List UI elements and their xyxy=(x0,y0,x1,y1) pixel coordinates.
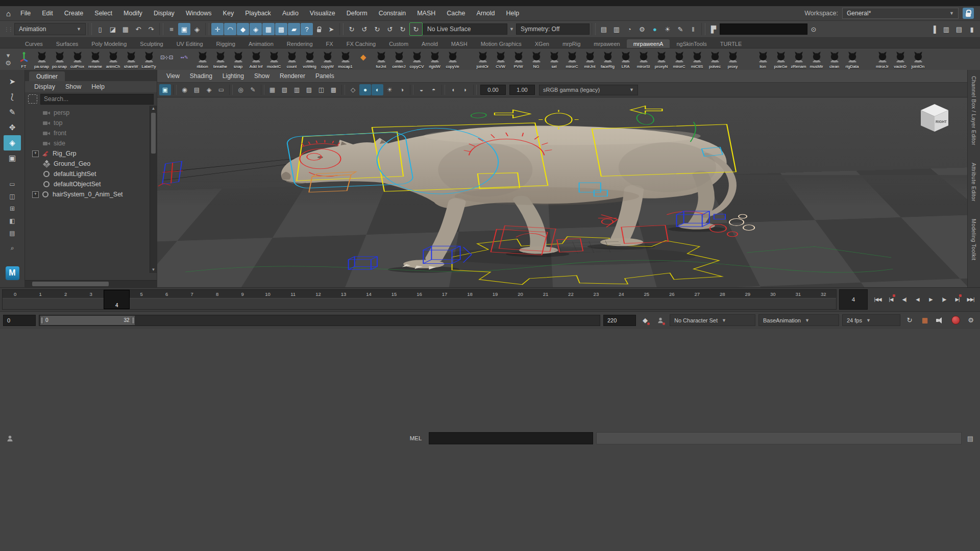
exposure-icon[interactable]: ◖ xyxy=(447,84,459,95)
grip-handle-icon[interactable]: ⋮⋮ xyxy=(4,27,12,32)
menu-item-windows[interactable]: Windows xyxy=(180,10,217,17)
shelf-button-facerig[interactable]: faceRig xyxy=(599,49,617,69)
toggle-attribute-editor-icon[interactable]: ▥ xyxy=(940,23,952,35)
shelf-tab-mrprig[interactable]: mrpRig xyxy=(556,39,587,48)
shelf-button-labelty[interactable]: LabelTy xyxy=(140,49,158,69)
shelf-button-animch[interactable]: animCh xyxy=(104,49,122,69)
playback-loop-icon[interactable]: ↻ xyxy=(903,314,916,327)
zoom-tool[interactable]: ⌕ xyxy=(4,242,21,254)
shelf-tab-rigging[interactable]: Rigging xyxy=(210,39,242,48)
shadows-icon[interactable]: ◑ xyxy=(396,84,408,95)
toggle-outliner-icon[interactable]: ▮ xyxy=(966,23,978,35)
search-icon[interactable]: ⊙ xyxy=(807,23,820,35)
shelf-button-ng[interactable]: NG xyxy=(527,49,545,69)
outliner-menu-help[interactable]: Help xyxy=(87,83,109,90)
shelf-tab-arnold[interactable]: Arnold xyxy=(415,39,445,48)
shelf-button-mirorsl[interactable]: mirorSl xyxy=(634,49,652,69)
history-toggle-icon[interactable]: ↻ xyxy=(371,23,383,35)
character-set-select[interactable]: No Character Set ▼ xyxy=(670,314,755,326)
shelf-button-add-inf[interactable]: Add Inf xyxy=(247,49,265,69)
expand-icon[interactable]: + xyxy=(32,191,39,198)
paint-select-tool[interactable]: ✎ xyxy=(4,105,21,120)
help-person-icon[interactable] xyxy=(4,433,15,444)
redo-icon[interactable]: ↷ xyxy=(145,23,157,35)
rig-cream-controls[interactable] xyxy=(729,214,754,230)
rig-eye-aim-control[interactable] xyxy=(158,159,300,186)
command-line-input[interactable] xyxy=(429,432,593,444)
live-surface-field[interactable]: No Live Surface xyxy=(423,23,507,35)
cached-playback-icon[interactable]: ▦ xyxy=(919,314,931,327)
menu-item-playback[interactable]: Playback xyxy=(239,10,277,17)
paint-effects-icon[interactable]: ✎ xyxy=(674,23,687,35)
time-slider[interactable]: 0123456789101112131415161718192021222324… xyxy=(2,289,837,310)
ipr-render-icon[interactable]: ◔ xyxy=(623,23,635,35)
viewport-menu-shading[interactable]: Shading xyxy=(185,72,217,80)
menu-item-help[interactable]: Help xyxy=(501,10,525,17)
animation-start-field[interactable]: 0 xyxy=(3,315,36,326)
construction-history-icon[interactable]: ↻ xyxy=(409,22,423,36)
shelf-button-mictls[interactable]: miCtlS xyxy=(688,49,706,69)
textured-icon[interactable]: ◐ xyxy=(372,84,383,95)
shelf-button-ft[interactable]: FT xyxy=(15,49,33,69)
shelf-tab-mrpaween[interactable]: mrpaween xyxy=(587,39,626,48)
outliner-menu-show[interactable]: Show xyxy=(61,83,85,90)
colorspace-select[interactable]: sRGB gamma (legacy) ▼ xyxy=(539,85,638,95)
layout-outliner-persp[interactable]: ◧ xyxy=(4,215,21,227)
menu-set-select[interactable]: Animation ▼ xyxy=(14,23,86,35)
shelf-button-pvw[interactable]: PVW xyxy=(509,49,527,69)
layout-single-pane[interactable]: ▭ xyxy=(4,178,21,190)
go-to-end-button[interactable]: ▶▶| xyxy=(964,292,977,307)
snap-help-icon[interactable]: ? xyxy=(301,23,313,35)
shelf-button-lion[interactable]: lion xyxy=(754,49,772,69)
sidebar-tab-attribute-editor[interactable]: Attribute Editor xyxy=(971,163,977,202)
shelf-tab-xgen[interactable]: XGen xyxy=(528,39,556,48)
outliner-tab[interactable]: Outliner xyxy=(29,71,65,81)
outliner-item-defaultlightset[interactable]: defaultLightSet xyxy=(25,169,157,179)
keyframe-display-icon[interactable]: ▰ xyxy=(288,23,300,35)
lock-selection-icon[interactable] xyxy=(313,23,325,35)
step-forward-frame-button[interactable]: |▶ xyxy=(938,292,950,307)
shelf-button-mocap1[interactable]: mocap1 xyxy=(336,49,354,69)
snap-to-view-plane-icon[interactable]: ▦ xyxy=(262,23,275,35)
layout-four-pane[interactable]: ⊞ xyxy=(4,203,21,215)
shelf-button-cvw[interactable]: CVW xyxy=(492,49,509,69)
snap-to-point-icon[interactable]: ◆ xyxy=(237,23,249,35)
snap-to-curve-icon[interactable]: ◠ xyxy=(224,23,236,35)
shelf-button-modelc[interactable]: modelC xyxy=(265,49,283,69)
shelf-button-rename[interactable]: rename xyxy=(86,49,104,69)
shelf-button-count[interactable]: count xyxy=(283,49,301,69)
go-to-start-button[interactable]: |◀◀ xyxy=(871,292,884,307)
shelf-button-centerj[interactable]: centerJ xyxy=(390,49,408,69)
grease-pencil-icon[interactable]: ✎ xyxy=(247,84,259,95)
shelf-button-proxy[interactable]: proxy xyxy=(724,49,742,69)
shelf-button-mirorc[interactable]: mirorC xyxy=(670,49,688,69)
history-toggle-2-icon[interactable]: ↺ xyxy=(384,23,396,35)
viewport-3d[interactable]: RIGHT xyxy=(157,97,967,287)
outliner-item-defaultobjectset[interactable]: defaultObjectSet xyxy=(25,179,157,189)
expand-icon[interactable]: + xyxy=(32,151,39,157)
gamma-icon[interactable]: ◗ xyxy=(459,84,471,95)
shaded-icon[interactable]: ● xyxy=(359,84,371,95)
shelf-tab-fx[interactable]: FX xyxy=(320,39,340,48)
home-icon[interactable]: ⌂ xyxy=(6,9,11,18)
shelf-tab-mrpaweena[interactable]: mrpaweenA xyxy=(627,39,670,48)
shelf-button-jointon[interactable]: jointOn xyxy=(909,49,927,69)
resolution-gate-icon[interactable]: ▥ xyxy=(291,84,303,95)
menu-item-arnold[interactable]: Arnold xyxy=(471,10,500,17)
menu-item-edit[interactable]: Edit xyxy=(36,10,59,17)
outliner-item-persp[interactable]: persp xyxy=(25,108,157,118)
render-current-frame-icon[interactable]: ▥ xyxy=(610,23,623,35)
menu-item-mash[interactable]: MASH xyxy=(411,10,441,17)
play-forwards-button[interactable]: ▶ xyxy=(924,292,937,307)
shelf-tab-fx-caching[interactable]: FX Caching xyxy=(340,39,382,48)
quick-selection-input[interactable] xyxy=(720,23,807,35)
shelf-tab-surfaces[interactable]: Surfaces xyxy=(50,39,85,48)
shelf-button-polege[interactable]: poleGe xyxy=(772,49,790,69)
script-editor-icon[interactable]: ▤ xyxy=(965,433,976,444)
select-component-icon[interactable]: ◈ xyxy=(191,23,203,35)
xray-icon[interactable]: ◒ xyxy=(415,84,427,95)
sidebar-tab-modeling-toolkit[interactable]: Modeling Toolkit xyxy=(971,219,977,261)
lock-camera-icon[interactable]: ◉ xyxy=(179,84,190,95)
shelf-button-keytool[interactable]: ▪▪✎ xyxy=(176,49,193,69)
pause-viewport-icon[interactable]: ‖ xyxy=(687,23,699,35)
